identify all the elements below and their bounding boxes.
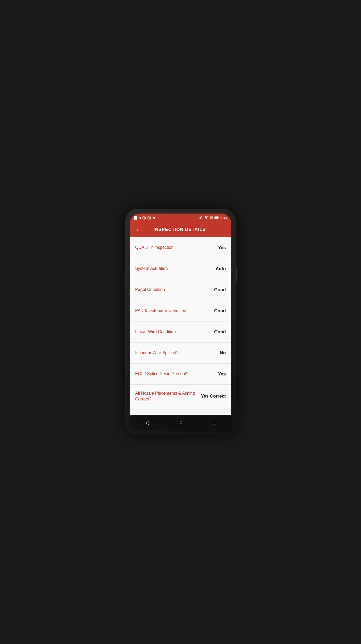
row-label: Linear Wire Condition bbox=[135, 329, 210, 335]
row-value: Auto bbox=[216, 266, 226, 271]
vibrate-icon bbox=[199, 216, 203, 220]
nav-back-button[interactable]: ◁ bbox=[145, 419, 149, 426]
circle-shield-icon-1: ⊕ bbox=[142, 216, 146, 220]
phone-frame: N ⊕ ⊕ N bbox=[125, 209, 236, 435]
phone-screen: N ⊕ ⊕ N bbox=[130, 214, 231, 430]
table-row: All Nozzle Placements & Aiming Correct?Y… bbox=[130, 385, 231, 408]
app-header: ‹ INSPECTION DETAILS bbox=[130, 222, 231, 237]
status-left-icons: N ⊕ ⊕ N bbox=[134, 216, 155, 220]
row-value: Good bbox=[214, 287, 226, 293]
status-bar: N ⊕ ⊕ N bbox=[130, 214, 231, 222]
table-row: Linear Wire ConditionGood bbox=[130, 321, 231, 343]
row-value: Yes bbox=[218, 245, 226, 250]
table-row: EOL / Splice Resin Present?Yes bbox=[130, 364, 231, 385]
battery-icon: ⚡ bbox=[214, 216, 219, 219]
content-list: QUALITY InspectionYesSystem ActuationAut… bbox=[130, 237, 231, 415]
svg-text:⚡: ⚡ bbox=[215, 217, 217, 219]
bottom-navigation: ◁ ○ □ bbox=[130, 415, 231, 430]
svg-rect-4 bbox=[201, 217, 202, 219]
table-row: System ActuationAuto bbox=[130, 258, 231, 279]
row-label: Is Linear Wire Spliced? bbox=[135, 350, 216, 356]
svg-marker-9 bbox=[205, 217, 207, 219]
row-label: QUALITY Inspection bbox=[135, 245, 214, 250]
row-label: EOL / Splice Resin Present? bbox=[135, 371, 214, 377]
row-value: Yes Correct bbox=[201, 394, 226, 399]
row-label: Panel Condition bbox=[135, 287, 210, 293]
table-row: QUALITY InspectionYes bbox=[130, 237, 231, 258]
white-square-icon bbox=[134, 216, 137, 220]
signal-off-icon bbox=[209, 216, 213, 220]
side-button bbox=[236, 267, 237, 283]
n-icon-2: N bbox=[152, 216, 155, 220]
circle-shield-icon-2: ⊕ bbox=[147, 216, 151, 220]
table-row: PAD & Detonator ConditionGood bbox=[130, 300, 231, 321]
svg-rect-14 bbox=[218, 217, 219, 218]
row-label: All Nozzle Placements & Aiming Correct? bbox=[135, 390, 197, 402]
wifi-icon bbox=[204, 216, 208, 220]
row-value: Good bbox=[214, 329, 226, 335]
table-row: Is Linear Wire Spliced?No bbox=[130, 343, 231, 364]
status-right-icons: ⚡ 6:47 bbox=[199, 216, 227, 220]
svg-text:⊕: ⊕ bbox=[148, 217, 150, 219]
page-title: INSPECTION DETAILS bbox=[140, 227, 219, 232]
row-value: Yes bbox=[218, 371, 226, 377]
table-row: Panel ConditionGood bbox=[130, 279, 231, 300]
row-label: System Actuation bbox=[135, 266, 211, 271]
time-display: 6:47 bbox=[221, 216, 227, 220]
row-value: Good bbox=[214, 308, 226, 314]
row-label: PAD & Detonator Condition bbox=[135, 308, 210, 314]
n-icon-1: N bbox=[139, 216, 141, 220]
nav-home-button[interactable]: ○ bbox=[179, 419, 183, 426]
svg-text:⊕: ⊕ bbox=[143, 217, 145, 219]
row-value: No bbox=[220, 350, 226, 356]
back-button[interactable]: ‹ bbox=[134, 226, 140, 234]
nav-recent-button[interactable]: □ bbox=[213, 419, 216, 426]
